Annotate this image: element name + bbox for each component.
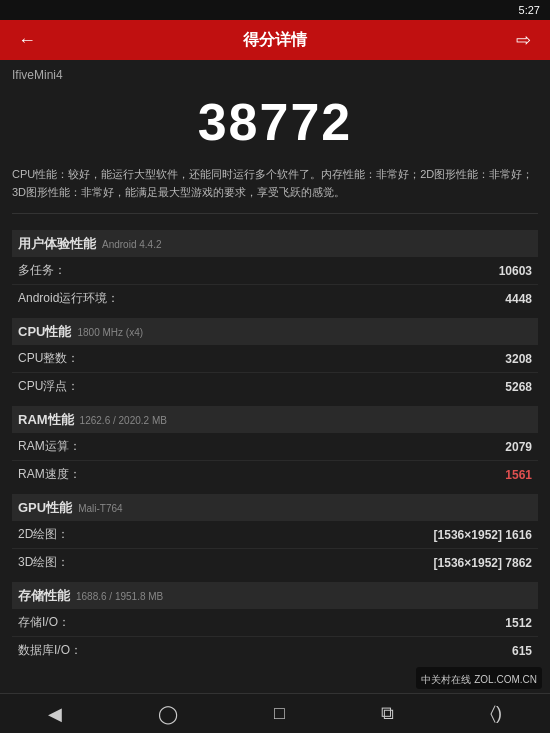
section-header-user-exp: 用户体验性能Android 4.4.2 [12, 230, 538, 257]
bench-label: 存储I/O： [18, 614, 70, 631]
volume-nav-icon[interactable]: 〈) [480, 699, 512, 728]
top-bar: ← 得分详情 ⇨ [0, 20, 550, 60]
section-cpu: CPU性能1800 MHz (x4)CPU整数：3208CPU浮点：5268 [12, 318, 538, 400]
section-user-exp: 用户体验性能Android 4.4.2多任务：10603Android运行环境：… [12, 230, 538, 312]
watermark-text: 中关村在线 ZOL.COM.CN [421, 674, 537, 685]
section-header-gpu: GPU性能Mali-T764 [12, 494, 538, 521]
summary-text: CPU性能：较好，能运行大型软件，还能同时运行多个软件了。内存性能：非常好；2D… [12, 166, 538, 214]
section-subtitle-user-exp: Android 4.4.2 [102, 239, 162, 250]
section-subtitle-cpu: 1800 MHz (x4) [77, 327, 143, 338]
section-subtitle-gpu: Mali-T764 [78, 503, 122, 514]
bench-row: 多任务：10603 [12, 257, 538, 285]
section-title-cpu: CPU性能 [18, 324, 71, 339]
bench-label: 2D绘图： [18, 526, 69, 543]
back-nav-icon[interactable]: ◀ [38, 699, 72, 729]
section-subtitle-storage: 1688.6 / 1951.8 MB [76, 591, 163, 602]
content-area: IfiveMini4 38772 CPU性能：较好，能运行大型软件，还能同时运行… [0, 60, 550, 693]
bench-label: 数据库I/O： [18, 642, 82, 659]
bottom-nav: ◀ ◯ □ ⧉ 〈) [0, 693, 550, 733]
page-title: 得分详情 [42, 30, 508, 51]
section-ram: RAM性能1262.6 / 2020.2 MBRAM运算：2079RAM速度：1… [12, 406, 538, 488]
home-nav-icon[interactable]: ◯ [148, 699, 188, 729]
bench-value: [1536×1952] 1616 [434, 528, 532, 542]
section-header-storage: 存储性能1688.6 / 1951.8 MB [12, 582, 538, 609]
watermark: 中关村在线 ZOL.COM.CN [416, 667, 542, 689]
section-subtitle-ram: 1262.6 / 2020.2 MB [80, 415, 167, 426]
section-header-cpu: CPU性能1800 MHz (x4) [12, 318, 538, 345]
device-name: IfiveMini4 [12, 68, 538, 82]
bench-label: 3D绘图： [18, 554, 69, 571]
bench-value: 3208 [505, 352, 532, 366]
section-title-gpu: GPU性能 [18, 500, 72, 515]
bench-row: CPU整数：3208 [12, 345, 538, 373]
bench-value: 615 [512, 644, 532, 658]
bench-value: 4448 [505, 292, 532, 306]
bench-row: 2D绘图：[1536×1952] 1616 [12, 521, 538, 549]
recent-nav-icon[interactable]: □ [264, 699, 295, 728]
bench-row: RAM速度：1561 [12, 461, 538, 488]
bench-row: 存储I/O：1512 [12, 609, 538, 637]
status-bar: 5:27 [0, 0, 550, 20]
total-score: 38772 [12, 92, 538, 152]
bench-label: 多任务： [18, 262, 66, 279]
bench-value: 1512 [505, 616, 532, 630]
bench-value: 2079 [505, 440, 532, 454]
section-title-user-exp: 用户体验性能 [18, 236, 96, 251]
bench-label: CPU浮点： [18, 378, 79, 395]
section-header-ram: RAM性能1262.6 / 2020.2 MB [12, 406, 538, 433]
section-title-storage: 存储性能 [18, 588, 70, 603]
back-button[interactable]: ← [12, 30, 42, 51]
bench-label: RAM速度： [18, 466, 81, 483]
section-gpu: GPU性能Mali-T7642D绘图：[1536×1952] 16163D绘图：… [12, 494, 538, 576]
bench-row: CPU浮点：5268 [12, 373, 538, 400]
fullscreen-nav-icon[interactable]: ⧉ [371, 699, 404, 728]
share-button[interactable]: ⇨ [508, 29, 538, 51]
bench-value: 5268 [505, 380, 532, 394]
bench-value: 1561 [505, 468, 532, 482]
sections-container: 用户体验性能Android 4.4.2多任务：10603Android运行环境：… [12, 230, 538, 664]
bench-label: Android运行环境： [18, 290, 119, 307]
bench-row: RAM运算：2079 [12, 433, 538, 461]
bench-row: 3D绘图：[1536×1952] 7862 [12, 549, 538, 576]
time-display: 5:27 [519, 4, 540, 16]
bench-row: Android运行环境：4448 [12, 285, 538, 312]
bench-label: RAM运算： [18, 438, 81, 455]
bench-row: 数据库I/O：615 [12, 637, 538, 664]
bench-value: [1536×1952] 7862 [434, 556, 532, 570]
bench-value: 10603 [499, 264, 532, 278]
section-title-ram: RAM性能 [18, 412, 74, 427]
section-storage: 存储性能1688.6 / 1951.8 MB存储I/O：1512数据库I/O：6… [12, 582, 538, 664]
bench-label: CPU整数： [18, 350, 79, 367]
